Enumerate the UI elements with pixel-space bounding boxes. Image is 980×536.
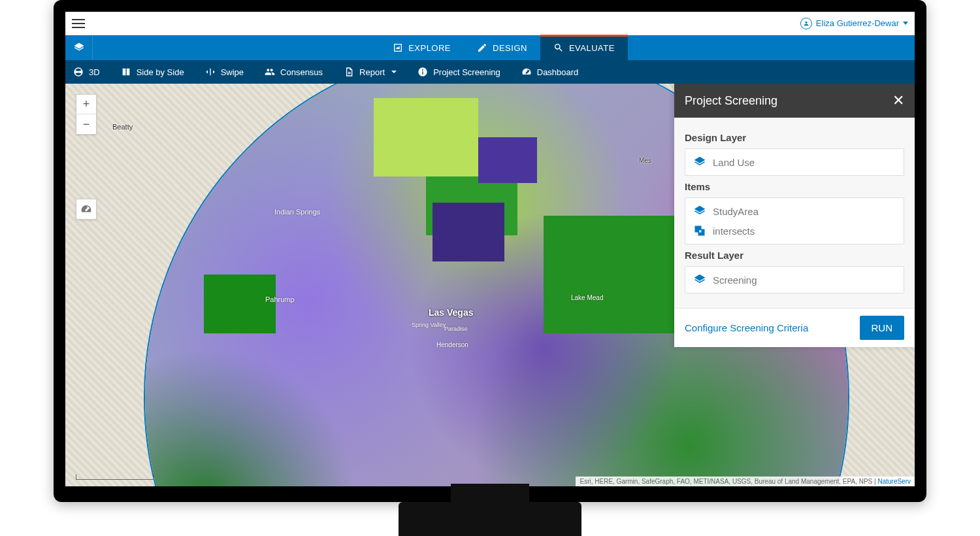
gauge-icon	[521, 67, 532, 77]
topbar: Eliza Gutierrez-Dewar	[65, 12, 915, 35]
monitor-screen: Eliza Gutierrez-Dewar EXPLORE DESIGN	[65, 12, 915, 486]
panel-footer: Configure Screening Criteria RUN	[674, 308, 915, 347]
design-layer-label: Design Layer	[685, 132, 904, 143]
tool-label: 3D	[89, 67, 100, 77]
user-name: Eliza Gutierrez-Dewar	[816, 18, 899, 28]
toolbar: 3D Side by Side Swipe Consensus Report	[65, 60, 915, 84]
tool-consensus[interactable]: Consensus	[262, 67, 325, 77]
layers-icon	[73, 42, 85, 54]
result-layer-value: Screening	[713, 275, 757, 286]
tool-swipe[interactable]: Swipe	[203, 67, 246, 77]
items-label: Items	[685, 181, 904, 192]
chevron-down-icon	[903, 22, 908, 25]
zoom-out-button[interactable]: −	[76, 114, 96, 134]
people-icon	[265, 67, 275, 77]
tool-label: Dashboard	[537, 67, 579, 77]
panel-header: Project Screening ✕	[674, 84, 915, 118]
layers-icon	[693, 205, 706, 218]
tab-label: DESIGN	[493, 43, 527, 53]
map-attribution: Esri, HERE, Garmin, SafeGraph, FAO, METI…	[576, 477, 915, 486]
configure-criteria-link[interactable]: Configure Screening Criteria	[685, 322, 808, 333]
map-label-beatty: Beatty	[112, 123, 133, 131]
tool-3d[interactable]: 3D	[71, 67, 103, 77]
zoom-control: + −	[76, 94, 97, 135]
navbar: EXPLORE DESIGN EVALUATE	[65, 35, 915, 60]
monitor-stand	[399, 502, 581, 536]
project-screening-panel: Project Screening ✕ Design Layer Land Us…	[674, 84, 915, 347]
gauge-icon	[80, 203, 92, 215]
map-label-henderson: Henderson	[436, 341, 468, 348]
user-menu[interactable]: Eliza Gutierrez-Dewar	[800, 18, 908, 29]
result-layer-label: Result Layer	[685, 250, 904, 261]
tool-side-by-side[interactable]: Side by Side	[118, 67, 187, 77]
report-icon	[344, 67, 354, 77]
evaluate-icon	[553, 42, 564, 53]
performance-gauge-button[interactable]	[76, 199, 97, 220]
map-label-paradise: Paradise	[444, 326, 468, 332]
layers-panel-button[interactable]	[65, 35, 93, 60]
scale-bar	[76, 475, 154, 480]
chevron-down-icon	[391, 71, 397, 73]
tool-project-screening[interactable]: Project Screening	[415, 67, 503, 77]
map-label-mes: Mes	[639, 157, 651, 164]
attribution-link[interactable]: NatureServ	[877, 478, 911, 485]
tool-label: Side by Side	[137, 67, 184, 77]
item-text: intersects	[713, 226, 755, 237]
columns-icon	[121, 67, 131, 77]
map-label-indian-springs: Indian Springs	[274, 208, 320, 216]
tool-label: Swipe	[221, 67, 244, 77]
layers-icon	[693, 156, 706, 169]
tab-explore[interactable]: EXPLORE	[380, 35, 464, 60]
pencil-icon	[477, 42, 487, 53]
layers-icon	[693, 273, 706, 286]
map-label-pahrump: Pahrump	[265, 295, 295, 303]
tab-design[interactable]: DESIGN	[464, 35, 540, 60]
tab-label: EXPLORE	[408, 43, 451, 53]
tool-label: Consensus	[280, 67, 323, 77]
user-avatar-icon	[800, 18, 812, 29]
tab-label: EVALUATE	[569, 43, 615, 53]
result-layer-field[interactable]: Screening	[685, 266, 904, 293]
panel-title: Project Screening	[685, 94, 777, 108]
attribution-text: Esri, HERE, Garmin, SafeGraph, FAO, METI…	[580, 478, 877, 485]
intersect-icon	[693, 224, 706, 237]
map-label-spring-valley: Spring Valley	[412, 322, 446, 328]
design-layer-value: Land Use	[713, 157, 755, 168]
map-canvas[interactable]: Las Vegas Beatty Indian Springs Pahrump …	[65, 84, 915, 486]
zoom-in-button[interactable]: +	[76, 95, 96, 114]
run-button[interactable]: RUN	[860, 316, 905, 340]
explore-icon	[393, 42, 403, 53]
tool-report[interactable]: Report	[341, 67, 399, 77]
design-layer-field[interactable]: Land Use	[685, 148, 904, 176]
map-label-lake-mead: Lake Mead	[571, 294, 603, 301]
menu-icon[interactable]	[72, 19, 85, 28]
items-field[interactable]: StudyArea intersects	[685, 197, 904, 244]
tool-label: Project Screening	[433, 67, 500, 77]
map-label-las-vegas: Las Vegas	[429, 307, 474, 318]
tab-evaluate[interactable]: EVALUATE	[540, 35, 628, 60]
info-icon	[417, 67, 428, 77]
tool-label: Report	[359, 67, 385, 77]
close-icon[interactable]: ✕	[892, 93, 904, 108]
tool-dashboard[interactable]: Dashboard	[519, 67, 581, 77]
item-text: StudyArea	[713, 206, 759, 217]
monitor-frame: Eliza Gutierrez-Dewar EXPLORE DESIGN	[54, 0, 926, 502]
globe-icon	[73, 67, 84, 77]
swipe-icon	[205, 67, 216, 77]
